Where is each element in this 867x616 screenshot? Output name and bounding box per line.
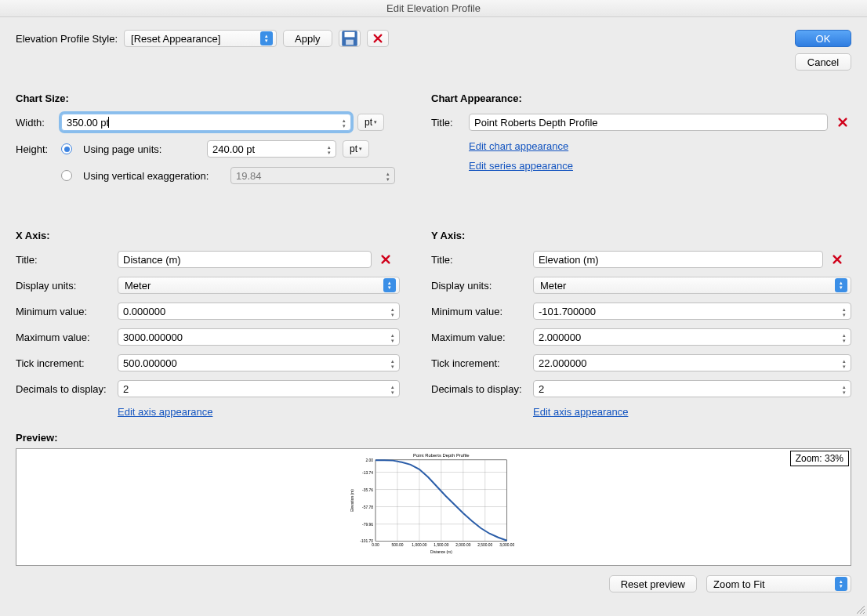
x-tick-input[interactable]: 500.000000▴▾ [118, 354, 400, 371]
height-input[interactable]: 240.00 pt ▴▾ [207, 140, 336, 158]
svg-text:1,500.00: 1,500.00 [434, 543, 448, 547]
x-min-input[interactable]: 0.000000▴▾ [118, 303, 400, 320]
zoom-select[interactable]: Zoom to Fit▴▾ [706, 575, 851, 592]
svg-text:Point Roberts Depth Profile: Point Roberts Depth Profile [413, 453, 470, 458]
reset-preview-button[interactable]: Reset preview [609, 575, 697, 592]
svg-text:-35.76: -35.76 [362, 488, 373, 492]
zoom-badge: Zoom: 33% [790, 451, 849, 466]
x-units-label: Display units: [16, 280, 118, 292]
y-title-input[interactable]: Elevation (m) [533, 251, 823, 268]
y-axis-appearance-link[interactable]: Edit axis appearance [533, 406, 851, 418]
style-label: Elevation Profile Style: [16, 33, 118, 45]
ok-button[interactable]: OK [795, 30, 851, 47]
y-min-label: Minimum value: [431, 306, 533, 317]
y-dec-label: Decimals to display: [431, 383, 533, 395]
x-max-label: Maximum value: [16, 332, 118, 343]
clear-x-title-button[interactable] [372, 254, 400, 265]
height-unit-button[interactable]: pt▾ [343, 140, 369, 158]
edit-chart-appearance-link[interactable]: Edit chart appearance [469, 140, 568, 152]
edit-series-appearance-link[interactable]: Edit series appearance [469, 160, 573, 172]
window-title: Edit Elevation Profile [0, 0, 867, 17]
y-max-label: Maximum value: [431, 332, 533, 343]
svg-text:2,500.00: 2,500.00 [477, 543, 492, 547]
width-input[interactable]: 350.00 pt ▴▾ [61, 114, 351, 131]
preview-heading: Preview: [16, 432, 851, 444]
vert-exag-input: 19.84 ▴▾ [230, 167, 395, 184]
width-unit-button[interactable]: pt▾ [357, 114, 384, 131]
radio-page-units-label: Using page units: [83, 143, 201, 155]
svg-text:-79.96: -79.96 [362, 523, 373, 527]
svg-text:-57.78: -57.78 [362, 505, 373, 509]
chart-title-label: Title: [431, 117, 463, 129]
width-label: Width: [16, 117, 55, 129]
delete-style-button[interactable] [367, 30, 389, 47]
x-dec-input[interactable]: 2▴▾ [118, 380, 400, 397]
x-tick-label: Tick increment: [16, 357, 118, 369]
height-label: Height: [16, 143, 55, 155]
cancel-button[interactable]: Cancel [795, 53, 851, 71]
y-axis-heading: Y Axis: [431, 230, 851, 241]
svg-text:Elevation (m): Elevation (m) [350, 489, 354, 512]
x-axis-appearance-link[interactable]: Edit axis appearance [118, 406, 400, 418]
y-units-select[interactable]: Meter▴▾ [533, 277, 851, 294]
svg-text:Distance (m): Distance (m) [430, 550, 452, 554]
radio-vert-exag-label: Using vertical exaggeration: [83, 170, 224, 182]
y-dec-input[interactable]: 2▴▾ [533, 380, 851, 397]
radio-page-units[interactable] [61, 143, 72, 154]
svg-text:500.00: 500.00 [391, 543, 403, 547]
x-max-input[interactable]: 3000.000000▴▾ [118, 328, 400, 346]
svg-text:-13.74: -13.74 [362, 471, 373, 475]
style-select[interactable]: [Reset Appearance] ▴▾ [124, 30, 277, 47]
chart-size-heading: Chart Size: [16, 92, 400, 104]
save-icon-button[interactable] [339, 30, 361, 47]
x-dec-label: Decimals to display: [16, 383, 118, 395]
y-min-input[interactable]: -101.700000▴▾ [533, 303, 851, 320]
svg-text:3,000.00: 3,000.00 [499, 543, 514, 547]
x-title-label: Title: [16, 254, 118, 266]
clear-chart-title-button[interactable] [834, 117, 851, 128]
clear-y-title-button[interactable] [823, 254, 851, 265]
svg-rect-2 [346, 40, 354, 45]
svg-rect-1 [344, 32, 354, 38]
y-units-label: Display units: [431, 280, 533, 292]
apply-button[interactable]: Apply [283, 30, 332, 47]
y-max-input[interactable]: 2.000000▴▾ [533, 328, 851, 346]
svg-text:2.00: 2.00 [365, 458, 373, 462]
x-axis-heading: X Axis: [16, 230, 400, 241]
chart-appearance-heading: Chart Appearance: [431, 92, 851, 104]
preview-panel: Zoom: 33% Point Roberts Depth Profile0.0… [16, 448, 851, 566]
y-tick-input[interactable]: 22.000000▴▾ [533, 354, 851, 371]
x-title-input[interactable]: Distance (m) [118, 251, 372, 268]
chart-title-input[interactable]: Point Roberts Depth Profile [469, 114, 828, 131]
resize-grip-icon[interactable] [854, 603, 865, 614]
radio-vert-exag[interactable] [61, 170, 72, 181]
preview-chart: Point Roberts Depth Profile0.00500.001,0… [16, 449, 851, 565]
svg-text:-101.70: -101.70 [360, 539, 373, 543]
svg-text:1,000.00: 1,000.00 [412, 543, 426, 547]
svg-text:0.00: 0.00 [372, 543, 379, 547]
x-units-select[interactable]: Meter▴▾ [118, 277, 400, 294]
y-tick-label: Tick increment: [431, 357, 533, 369]
svg-text:2,000.00: 2,000.00 [455, 543, 470, 547]
y-title-label: Title: [431, 254, 533, 266]
x-min-label: Minimum value: [16, 306, 118, 317]
